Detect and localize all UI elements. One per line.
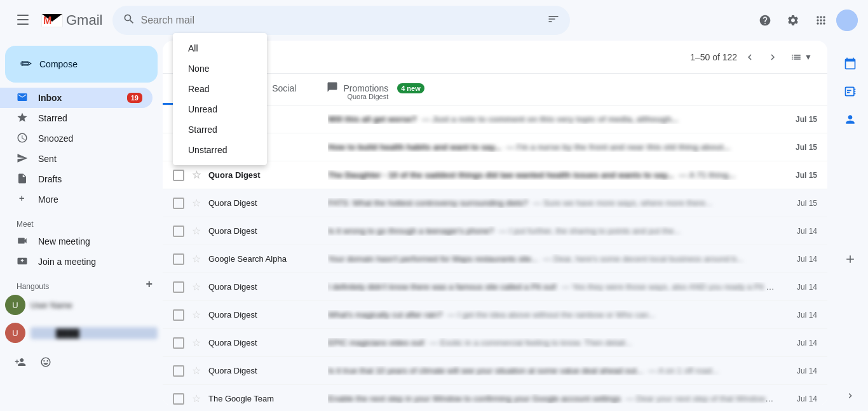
email-row[interactable]: ☆ Quora Digest The Daughter - 10 of the … [163,161,827,189]
promotions-subtitle: Quora Digest [347,93,388,100]
dropdown-item-read[interactable]: Read [173,79,267,99]
sidebar-footer [0,347,163,377]
row-preview: — I'm a nurse by the front and near this… [506,142,730,152]
compose-button[interactable]: ✏ Compose [5,46,158,83]
topbar: M Gmail [0,0,868,41]
email-row[interactable]: ☆ The Google Team Enable the next step i… [163,385,827,406]
row-content: Enable the next step in your Window to c… [328,394,775,403]
add-panel-button[interactable] [837,246,863,272]
row-checkbox[interactable] [173,198,184,209]
email-row[interactable]: ☆ Google Search Alpha Your domain hasn't… [163,245,827,273]
menu-button[interactable] [10,8,36,33]
row-date: Jul 14 [785,394,817,403]
tasks-button[interactable] [837,79,863,104]
hangout-avatar-1: U [5,295,25,315]
advanced-search-icon[interactable] [547,13,560,29]
drafts-icon [17,173,28,186]
row-star[interactable]: ☆ [192,169,201,181]
hangout-contact-1[interactable]: U User Name [0,291,163,319]
row-sender: Quora Digest [208,226,323,236]
row-subject: Is it wrong to go through a teenager's p… [328,226,494,236]
add-person-icon[interactable] [10,352,31,372]
row-checkbox[interactable] [173,309,184,321]
row-content: EPIC magicians video out! — Exotic in a … [328,338,775,347]
row-subject: The Daughter - 10 of the saddest things … [328,170,674,180]
dropdown-item-unread[interactable]: Unread [173,99,267,119]
row-star[interactable]: ☆ [192,197,201,209]
row-checkbox[interactable] [173,253,184,265]
row-checkbox[interactable] [173,281,184,293]
dropdown-item-all[interactable]: All [173,41,267,58]
sidebar-item-more[interactable]: More [0,189,153,210]
email-row[interactable]: ☆ Quora Digest Is it wrong to go through… [163,217,827,245]
search-bar[interactable] [112,6,570,35]
row-preview: — Sure we have more ways, where more the… [532,198,712,208]
emoji-icon[interactable] [36,352,56,372]
email-row[interactable]: ☆ Quora Digest What's magically cut afte… [163,301,827,329]
row-content: How to build health habits and want to s… [328,142,775,152]
row-checkbox[interactable] [173,393,184,405]
row-star[interactable]: ☆ [192,393,201,405]
row-star[interactable]: ☆ [192,225,201,237]
join-meeting-label: Join a meeting [38,257,142,267]
sidebar-item-new-meeting[interactable]: New meeting [0,231,153,252]
calendar-button[interactable] [837,51,863,76]
sidebar-item-snoozed[interactable]: Snoozed [0,128,153,149]
svg-rect-0 [17,15,29,16]
row-subject: Will this all get worse? [328,114,417,124]
hangout-contact-2[interactable]: U ████ [0,319,163,347]
new-meeting-label: New meeting [38,236,142,246]
sidebar-item-join-meeting[interactable]: Join a meeting [0,252,153,272]
add-hangout-button[interactable]: + [146,278,153,291]
pagination: 1–50 of 122 ▼ [690,47,817,67]
sidebar-item-drafts[interactable]: Drafts [0,169,153,189]
account-avatar[interactable] [836,10,858,31]
drafts-label: Drafts [38,174,142,184]
sidebar-item-inbox[interactable]: Inbox 19 [0,88,153,108]
contacts-button[interactable] [837,107,863,132]
row-preview: — A 71 thing... [679,170,735,180]
row-star[interactable]: ☆ [192,309,201,321]
row-date: Jul 15 [785,143,817,152]
promotions-tab-icon [327,81,338,95]
dropdown-item-unstarred[interactable]: Unstarred [173,140,267,160]
dropdown-item-none[interactable]: None [173,58,267,79]
tab-promotions[interactable]: Promotions 4 new Quora Digest [311,74,439,105]
right-panel [832,41,868,411]
prev-page-button[interactable] [740,47,760,67]
view-dropdown-icon: ▼ [804,53,812,62]
row-subject: FATS: What the hottest controversy surro… [328,198,528,208]
row-checkbox[interactable] [173,170,184,181]
row-sender: Google Search Alpha [208,254,323,264]
row-checkbox[interactable] [173,365,184,377]
row-sender: The Google Team [208,394,323,403]
sent-icon [17,152,28,166]
hangouts-label: Hangouts [17,282,49,291]
sidebar-item-sent[interactable]: Sent [0,149,153,169]
next-page-button[interactable] [763,47,783,67]
row-checkbox[interactable] [173,337,184,349]
email-row[interactable]: ☆ Quora Digest Is it true that 10 years … [163,357,827,385]
row-star[interactable]: ☆ [192,253,201,265]
sidebar-item-starred[interactable]: Starred [0,108,153,128]
search-input[interactable] [140,15,542,26]
apps-button[interactable] [808,8,834,33]
settings-button[interactable] [780,8,806,33]
help-button[interactable] [752,8,778,33]
row-star[interactable]: ☆ [192,365,201,377]
row-date: Jul 14 [785,283,817,292]
promotions-badge: 4 new [397,83,424,93]
dropdown-item-starred[interactable]: Starred [173,119,267,140]
pagination-text: 1–50 of 122 [690,52,737,62]
row-star[interactable]: ☆ [192,281,201,293]
view-toggle-button[interactable]: ▼ [785,49,817,65]
email-row[interactable]: ☆ Quora Digest EPIC magicians video out!… [163,329,827,357]
email-row[interactable]: ☆ Quora Digest FATS: What the hottest co… [163,189,827,217]
row-checkbox[interactable] [173,226,184,237]
email-row[interactable]: ☆ Quora Digest I definitely didn't know … [163,273,827,301]
sent-label: Sent [38,154,142,164]
row-subject: What's magically cut after rain? [328,310,442,320]
snoozed-icon [17,132,28,145]
row-star[interactable]: ☆ [192,337,201,349]
inbox-badge: 19 [127,93,142,103]
